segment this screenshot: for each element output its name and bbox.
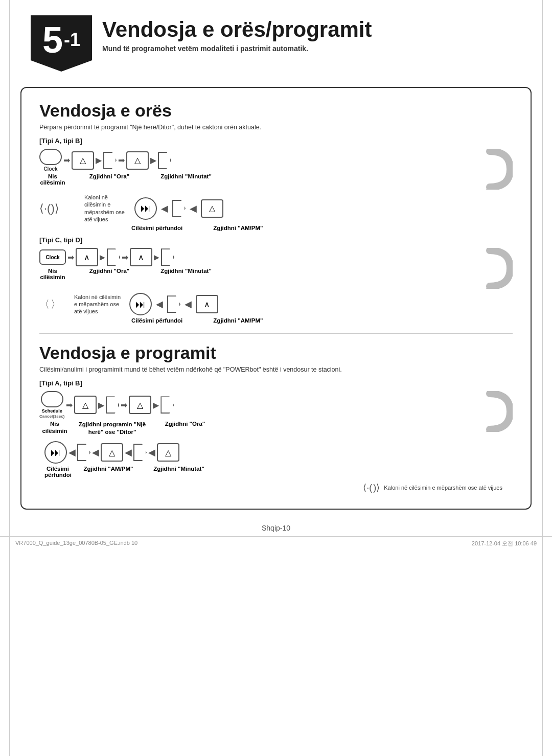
sched-chevron4[interactable] (133, 444, 147, 461)
arrow2: ▶ (96, 155, 102, 165)
min-up-btn[interactable]: △ (126, 151, 149, 170)
page-label: Shqip-10 (262, 524, 290, 532)
curve-right-sched1 (485, 391, 513, 434)
header: 5-1 Vendosja e orës/programit Mund të pr… (0, 0, 552, 82)
chapter-badge: 5-1 (31, 15, 92, 72)
sched-chevron1[interactable] (106, 396, 119, 414)
sched-row3-note: ⟨·( )⟩ Kaloni në cilësimin e mëparshëm o… (39, 482, 513, 493)
arrow1: ➡ (63, 155, 70, 165)
chevron-cd1[interactable] (107, 248, 120, 266)
sched-start-btn[interactable] (41, 391, 63, 407)
hour-up-cd[interactable]: ∧ (76, 248, 98, 266)
arrow-cd1: ➡ (67, 253, 74, 262)
arrow-cd2: ▶ (100, 253, 105, 261)
lbl-cd-start: Nis cilësimin (39, 268, 66, 280)
schedule-section-title: Vendosja e programit (39, 343, 513, 363)
arrow-cd-l2: ◀ (185, 299, 192, 310)
lbl-ampm-cd: Zgjidhni "AM/PM" (213, 317, 263, 324)
chevron-r2[interactable] (158, 152, 171, 169)
page-border-right (542, 0, 543, 756)
footer: Shqip-10 (0, 520, 552, 534)
lbl-select-min: Zgjidhni "Minutat" (153, 173, 219, 179)
sched-main-lbl: Schedule (42, 408, 62, 414)
lbl-done-1: Cilësimi përfundoi (131, 225, 182, 231)
clock-ab-labels2: Cilësimi përfundoi Zgjidhni "AM/PM" (39, 225, 513, 231)
arrow-cd3: ➡ (122, 253, 128, 262)
sched-ab-labels1: Nis cilësimin Zgjidhni programin "Një he… (39, 421, 480, 436)
curve-right-cd1 (485, 248, 513, 291)
ampm-cd[interactable]: ∧ (196, 295, 218, 313)
sched-ab-row2: ⏭ ◀ ◀ △ ◀ ◀ △ (39, 441, 513, 464)
lbl-ampm-1: Zgjidhni "AM/PM" (213, 225, 263, 231)
sched-arrow-l2: ◀ (92, 447, 99, 458)
arrow4: ▶ (150, 155, 156, 165)
sched-cancel-lbl: Cancel(3sec) (39, 414, 64, 419)
page: 5-1 Vendosja e orës/programit Mund të pr… (0, 0, 552, 756)
arrow3: ➡ (118, 155, 125, 165)
arrow-cd4: ▶ (154, 253, 159, 261)
small-icon-note: ⟨·( )⟩ (39, 202, 80, 215)
type-ab-label: [Tipi A, tipi B] (39, 137, 513, 145)
sched-ab-labels2: Cilësimi përfundoi Zgjidhni "AM/PM" Zgji… (39, 466, 513, 478)
sched-arrow1: ➡ (66, 400, 73, 410)
sched-arrow4: ▶ (153, 400, 159, 410)
page-border-left (9, 0, 10, 756)
main-content-box: Vendosja e orës Përpara përdorimit të pr… (20, 87, 532, 510)
chapter-number: 5 (42, 19, 63, 61)
clock-cd-labels1: Nis cilësimin Zgjidhni "Ora" Zgjidhni "M… (39, 268, 480, 280)
lbl-sched-hour: Zgjidhni "Ora" (154, 421, 216, 427)
clock-ab-row2: ⟨·( )⟩ Kaloni në cilësimin e mëparshëm o… (39, 194, 513, 223)
sched-arrow-l4: ◀ (148, 447, 155, 458)
bracket-icons: ⟨·( )⟩ (363, 482, 380, 493)
clock-ab-labels1: Nis cilësimin Zgjidhni "Ora" Zgjidhni "M… (39, 173, 480, 186)
chevron-cd2[interactable] (161, 248, 174, 266)
clock-section-title: Vendosja e orës (39, 101, 513, 121)
arrow-left-1: ◀ (161, 203, 168, 214)
lbl-select-hour: Zgjidhni "Ora" (76, 173, 143, 179)
clock-cd-labels2: Cilësimi përfundoi Zgjidhni "AM/PM" (39, 317, 513, 324)
clock-cd-row1: Clock ➡ ∧ ▶ ➡ ∧ ▶ (39, 248, 480, 266)
lbl-done-cd: Cilësimi përfundoi (131, 317, 182, 324)
clock-cd-row2: 〈 〉 Kaloni në cilësimin e mëparshëm ose … (39, 293, 513, 315)
page-subtitle: Mund të programohet vetëm modaliteti i p… (102, 44, 372, 53)
lbl-sched-start: Nis cilësimin (39, 421, 70, 435)
clock-ab-row1: Clock ➡ △ ▶ ➡ △ ▶ (39, 149, 480, 172)
sched-arrow-l3: ◀ (125, 447, 132, 458)
sched-ampm-up[interactable]: △ (101, 443, 123, 462)
start-btn-group: Clock (39, 149, 62, 172)
chevron-cd3[interactable] (167, 295, 180, 313)
ampm-up-btn[interactable]: △ (201, 199, 223, 218)
chapter-sub: -1 (64, 29, 80, 51)
clock-label: Clock (43, 166, 57, 172)
chevron-r1[interactable] (103, 152, 117, 169)
play-btn-cd[interactable]: ⏭ (129, 293, 152, 315)
schedule-section-desc: Cilësimi/anulimi i programimit mund të b… (39, 366, 513, 373)
footer-right: 2017-12-04 오전 10:06 49 (472, 540, 537, 547)
lbl-sched-min: Zgjidhni "Minutat" (146, 466, 212, 478)
sched-arrow3: ➡ (121, 400, 127, 410)
sched-arrow2: ▶ (98, 400, 104, 410)
sched-prog-up[interactable]: △ (74, 396, 97, 414)
cd-row2-note: Kaloni në cilësimin e mëparshëm ose atë … (74, 293, 125, 315)
lbl-cd-min: Zgjidhni "Minutat" (153, 268, 219, 274)
clock-section-desc: Përpara përdorimit të programit "Një her… (39, 124, 513, 131)
play-btn-1[interactable]: ⏭ (134, 197, 157, 220)
arrow-cd-l1: ◀ (156, 299, 163, 310)
hour-up-btn[interactable]: △ (72, 151, 94, 170)
lbl-start: Nis cilësimin (39, 173, 66, 186)
lbl-cd-hour: Zgjidhni "Ora" (76, 268, 143, 274)
page-title: Vendosja e orës/programit (102, 18, 372, 41)
clock-start-btn[interactable] (39, 149, 62, 165)
chevron-r3[interactable] (172, 200, 186, 217)
row2-note: Kaloni në cilësimin e mëparshëm ose atë … (84, 194, 130, 223)
min-up-cd[interactable]: ∧ (130, 248, 152, 266)
schedule-btn-label: Schedule Cancel(3sec) (39, 408, 64, 420)
sched-chevron2[interactable] (160, 396, 174, 414)
sched-min-up[interactable]: △ (157, 443, 179, 462)
sched-note3: Kaloni në cilësimin e mëparshëm ose atë … (384, 484, 502, 491)
sched-play-btn[interactable]: ⏭ (44, 441, 67, 464)
sched-chevron3[interactable] (77, 444, 90, 461)
section-divider (39, 333, 513, 334)
sched-hour-up[interactable]: △ (129, 396, 151, 414)
clock-btn[interactable]: Clock (39, 249, 66, 265)
